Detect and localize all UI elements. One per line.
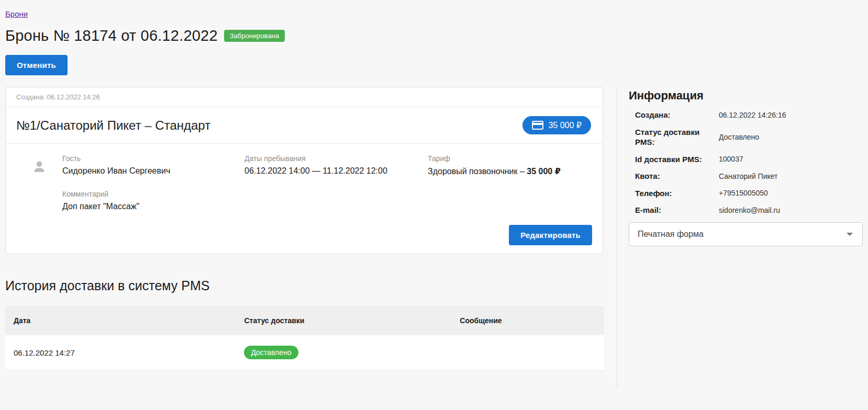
avatar <box>16 154 62 176</box>
price-badge-label: 35 000 ₽ <box>548 120 582 130</box>
row-message <box>451 335 604 370</box>
info-label: Квота: <box>635 171 714 181</box>
guest-name: Сидоренко Иван Сергеевич <box>62 166 244 176</box>
chevron-down-icon <box>847 233 853 236</box>
dates-field: Даты пребывания 06.12.2022 14:00 — 11.12… <box>244 154 428 176</box>
info-value: Доставлено <box>714 133 863 141</box>
delivery-status-pill: Доставлено <box>244 346 298 359</box>
print-form-select-value: Печатная форма <box>638 230 704 239</box>
person-icon <box>31 158 48 175</box>
info-value: 06.12.2022 14:26:16 <box>714 111 863 119</box>
dates-label: Даты пребывания <box>244 154 428 163</box>
col-header-status: Статус доставки <box>236 306 451 335</box>
info-value: Санаторий Пикет <box>714 172 863 180</box>
comment-label: Комментарий <box>62 190 592 198</box>
edit-row: Редактировать <box>16 225 592 245</box>
info-field-pms-status: Статус доставки PMS: Доставлено <box>629 127 863 147</box>
info-value: 100037 <box>714 155 863 163</box>
info-label: E-mail: <box>635 205 714 215</box>
page-title: Бронь № 18174 от 06.12.2022 <box>5 27 218 44</box>
room-title: №1/Санаторий Пикет – Стандарт <box>16 118 210 133</box>
history-table: Дата Статус доставки Сообщение 06.12.202… <box>5 306 604 370</box>
guest-row: Гость Сидоренко Иван Сергеевич Даты преб… <box>16 154 592 176</box>
booking-card: Создана: 06.12.2022 14:26 №1/Санаторий П… <box>5 87 603 254</box>
guest-label: Гость <box>62 154 244 163</box>
row-status: Доставлено <box>236 335 451 370</box>
info-label: Создана: <box>635 110 714 120</box>
history-section-title: История доставки в систему PMS <box>5 278 608 293</box>
comment-value: Доп пакет "Массаж" <box>62 202 592 211</box>
col-header-message: Сообщение <box>451 306 604 335</box>
stay-dates: 06.12.2022 14:00 — 11.12.2022 12:00 <box>244 166 428 176</box>
cancel-button[interactable]: Отменить <box>5 55 68 75</box>
tariff-price: 35 000 ₽ <box>527 167 561 176</box>
print-form-select[interactable]: Печатная форма <box>629 222 863 246</box>
status-badge: Забронирована <box>224 30 285 42</box>
table-row: 06.12.2022 14:27 Доставлено <box>5 335 604 370</box>
card-title-row: №1/Санаторий Пикет – Стандарт 35 000 ₽ <box>6 107 603 144</box>
created-line: Создана: 06.12.2022 14:26 <box>6 87 603 107</box>
content: Создана: 06.12.2022 14:26 №1/Санаторий П… <box>5 87 868 388</box>
booking-page: Брони Бронь № 18174 от 06.12.2022 Заброн… <box>0 0 868 388</box>
title-row: Бронь № 18174 от 06.12.2022 Забронирован… <box>5 27 868 44</box>
info-label: Статус доставки PMS: <box>635 127 714 147</box>
info-field-phone: Телефон: +79515005050 <box>629 188 863 199</box>
breadcrumb: Брони <box>5 9 868 19</box>
info-label: Id доставки PMS: <box>635 154 714 165</box>
info-label: Телефон: <box>635 188 714 199</box>
tariff-value: Здоровый позвоночник – 35 000 ₽ <box>428 166 592 176</box>
breadcrumb-link-bookings[interactable]: Брони <box>5 9 28 18</box>
info-value: +79515005050 <box>714 189 863 197</box>
tariff-name: Здоровый позвоночник – <box>428 167 527 176</box>
info-panel-title: Информация <box>629 89 863 102</box>
guest-field: Гость Сидоренко Иван Сергеевич <box>62 154 244 176</box>
col-header-date: Дата <box>5 306 236 335</box>
tariff-field: Тариф Здоровый позвоночник – 35 000 ₽ <box>428 154 592 176</box>
info-field-quota: Квота: Санаторий Пикет <box>629 171 863 181</box>
info-field-email: E-mail: sidorenko@mail.ru <box>629 205 863 215</box>
row-date: 06.12.2022 14:27 <box>5 335 236 370</box>
history-table-header: Дата Статус доставки Сообщение <box>5 306 604 335</box>
tariff-label: Тариф <box>428 154 592 163</box>
info-field-pms-id: Id доставки PMS: 100037 <box>629 154 863 165</box>
info-panel: Информация Создана: 06.12.2022 14:26:16 … <box>617 87 868 388</box>
booking-fields: Гость Сидоренко Иван Сергеевич Даты преб… <box>62 154 592 176</box>
info-field-created: Создана: 06.12.2022 14:26:16 <box>629 110 863 120</box>
card-body: Гость Сидоренко Иван Сергеевич Даты преб… <box>6 144 603 254</box>
main-column: Создана: 06.12.2022 14:26 №1/Санаторий П… <box>5 87 611 370</box>
price-badge[interactable]: 35 000 ₽ <box>522 116 591 134</box>
edit-button[interactable]: Редактировать <box>509 225 592 245</box>
info-value: sidorenko@mail.ru <box>714 206 863 214</box>
comment-field: Комментарий Доп пакет "Массаж" <box>62 190 592 211</box>
credit-card-icon <box>532 121 543 130</box>
